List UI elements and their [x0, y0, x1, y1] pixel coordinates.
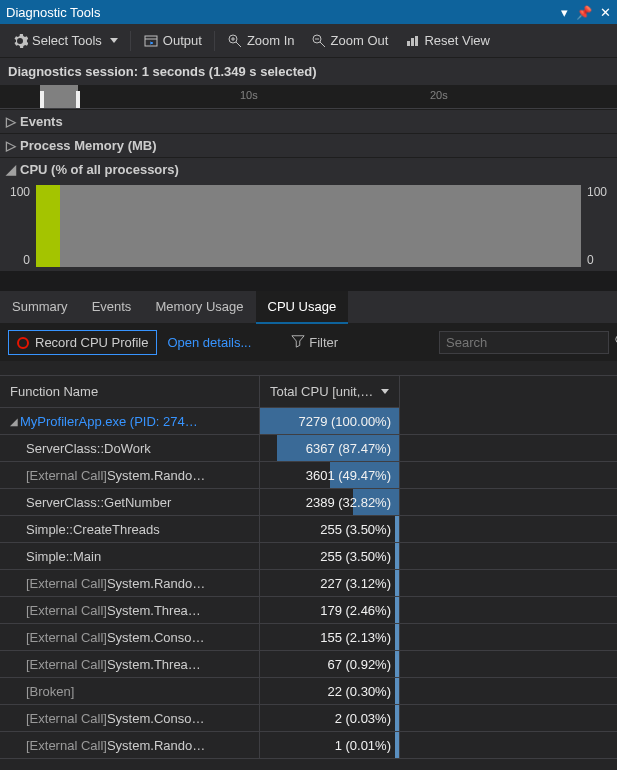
zoom-in-button[interactable]: Zoom In	[221, 30, 301, 52]
cpu-value-text: 227 (3.12%)	[320, 570, 391, 596]
table-row[interactable]: [External Call] System.Threa…179 (2.46%)	[0, 597, 617, 624]
table-row[interactable]: [External Call] System.Conso…155 (2.13%)	[0, 624, 617, 651]
cpu-value-text: 1 (0.01%)	[335, 732, 391, 758]
cpu-value-text: 179 (2.46%)	[320, 597, 391, 623]
table-row[interactable]: ServerClass::GetNumber2389 (32.82%)	[0, 489, 617, 516]
cpu-value-text: 255 (3.50%)	[320, 543, 391, 569]
events-section-header[interactable]: ▷ Events	[0, 109, 617, 133]
column-header-function-name[interactable]: Function Name	[0, 376, 260, 408]
table-row[interactable]: [Broken]22 (0.30%)	[0, 678, 617, 705]
tab-events[interactable]: Events	[80, 291, 144, 323]
cell-function-name: [Broken]	[0, 678, 260, 704]
table-row[interactable]: [External Call] System.Rando…3601 (49.47…	[0, 462, 617, 489]
cpu-bar	[395, 678, 399, 704]
cell-total-cpu: 255 (3.50%)	[260, 516, 400, 542]
table-row[interactable]: [External Call] System.Threa…67 (0.92%)	[0, 651, 617, 678]
cell-function-name: ServerClass::DoWork	[0, 435, 260, 461]
select-tools-button[interactable]: Select Tools	[6, 30, 124, 52]
cpu-bar	[395, 651, 399, 677]
reset-view-button[interactable]: Reset View	[398, 30, 496, 52]
table-row[interactable]: ◢ MyProfilerApp.exe (PID: 274…7279 (100.…	[0, 408, 617, 435]
cpu-value-text: 255 (3.50%)	[320, 516, 391, 542]
table-row[interactable]: ServerClass::DoWork6367 (87.47%)	[0, 435, 617, 462]
tab-cpu-usage[interactable]: CPU Usage	[256, 291, 349, 324]
cell-function-name: [External Call] System.Rando…	[0, 732, 260, 758]
cell-total-cpu: 3601 (49.47%)	[260, 462, 400, 488]
cell-total-cpu: 1 (0.01%)	[260, 732, 400, 758]
table-row[interactable]: [External Call] System.Conso…2 (0.03%)	[0, 705, 617, 732]
chevron-right-icon: ▷	[6, 138, 16, 153]
record-cpu-profile-button[interactable]: Record CPU Profile	[8, 330, 157, 355]
chevron-down-icon	[110, 38, 118, 43]
search-input[interactable]	[446, 335, 614, 350]
cpu-y-axis-right: 100 0	[581, 181, 617, 271]
cell-function-name: [External Call] System.Threa…	[0, 597, 260, 623]
expander-icon[interactable]: ◢	[10, 416, 18, 427]
search-box[interactable]	[439, 331, 609, 354]
chevron-down-icon: ◢	[6, 162, 16, 177]
table-row[interactable]: [External Call] System.Rando…1 (0.01%)	[0, 732, 617, 759]
session-info: Diagnostics session: 1 seconds (1.349 s …	[0, 58, 617, 85]
cell-total-cpu: 2 (0.03%)	[260, 705, 400, 731]
ruler-tick: 10s	[240, 89, 258, 101]
window-title: Diagnostic Tools	[6, 5, 561, 20]
process-memory-section-header[interactable]: ▷ Process Memory (MB)	[0, 133, 617, 157]
cpu-value-text: 67 (0.92%)	[327, 651, 391, 677]
column-header-total-cpu[interactable]: Total CPU [unit,…	[260, 376, 400, 408]
table-row[interactable]: Simple::CreateThreads255 (3.50%)	[0, 516, 617, 543]
ruler-tick: 20s	[430, 89, 448, 101]
cpu-table-header: Function Name Total CPU [unit,…	[0, 375, 617, 408]
cell-function-name: ServerClass::GetNumber	[0, 489, 260, 515]
cpu-value-text: 2389 (32.82%)	[306, 489, 391, 515]
gear-icon	[12, 33, 28, 49]
tab-summary[interactable]: Summary	[0, 291, 80, 323]
cell-function-name: [External Call] System.Conso…	[0, 705, 260, 731]
cell-function-name: [External Call] System.Conso…	[0, 624, 260, 650]
tab-memory-usage[interactable]: Memory Usage	[143, 291, 255, 323]
selection-handle-start[interactable]	[40, 91, 44, 108]
svg-rect-0	[145, 36, 157, 46]
selection-handle-end[interactable]	[76, 91, 80, 108]
zoom-out-button[interactable]: Zoom Out	[305, 30, 395, 52]
cell-function-name: [External Call] System.Rando…	[0, 570, 260, 596]
cpu-table-body: ◢ MyProfilerApp.exe (PID: 274…7279 (100.…	[0, 408, 617, 759]
cell-total-cpu: 227 (3.12%)	[260, 570, 400, 596]
filter-button[interactable]: Filter	[291, 334, 338, 351]
cpu-section-header[interactable]: ◢ CPU (% of all processors)	[0, 157, 617, 181]
window-options-icon[interactable]: ▾	[561, 5, 568, 20]
svg-rect-3	[407, 41, 410, 46]
timeline-selection[interactable]	[40, 85, 78, 108]
cell-total-cpu: 67 (0.92%)	[260, 651, 400, 677]
titlebar: Diagnostic Tools ▾ 📌 ✕	[0, 0, 617, 24]
svg-rect-5	[415, 36, 418, 46]
cell-function-name: [External Call] System.Threa…	[0, 651, 260, 677]
cell-total-cpu: 179 (2.46%)	[260, 597, 400, 623]
timeline-ruler[interactable]: 10s 20s	[0, 85, 617, 109]
cpu-y-axis-left: 100 0	[0, 181, 36, 271]
table-row[interactable]: Simple::Main255 (3.50%)	[0, 543, 617, 570]
cpu-value-text: 22 (0.30%)	[327, 678, 391, 704]
reset-view-icon	[404, 33, 420, 49]
cell-total-cpu: 22 (0.30%)	[260, 678, 400, 704]
cpu-plot-area[interactable]	[36, 185, 581, 267]
table-row[interactable]: [External Call] System.Rando…227 (3.12%)	[0, 570, 617, 597]
cpu-bar	[395, 624, 399, 650]
chevron-right-icon: ▷	[6, 114, 16, 129]
cell-total-cpu: 255 (3.50%)	[260, 543, 400, 569]
cpu-chart: 100 0 100 0	[0, 181, 617, 271]
cell-total-cpu: 6367 (87.47%)	[260, 435, 400, 461]
filter-icon	[291, 334, 305, 351]
open-details-link[interactable]: Open details...	[167, 335, 251, 350]
cpu-value-text: 2 (0.03%)	[335, 705, 391, 731]
cell-total-cpu: 155 (2.13%)	[260, 624, 400, 650]
cpu-value-text: 7279 (100.00%)	[298, 408, 391, 434]
zoom-out-icon	[311, 33, 327, 49]
zoom-in-icon	[227, 33, 243, 49]
svg-rect-4	[411, 38, 414, 46]
cpu-usage-toolbar: Record CPU Profile Open details... Filte…	[0, 324, 617, 361]
output-button[interactable]: Output	[137, 30, 208, 52]
cpu-bar	[395, 570, 399, 596]
cpu-bar	[395, 516, 399, 542]
close-icon[interactable]: ✕	[600, 5, 611, 20]
pin-icon[interactable]: 📌	[576, 5, 592, 20]
